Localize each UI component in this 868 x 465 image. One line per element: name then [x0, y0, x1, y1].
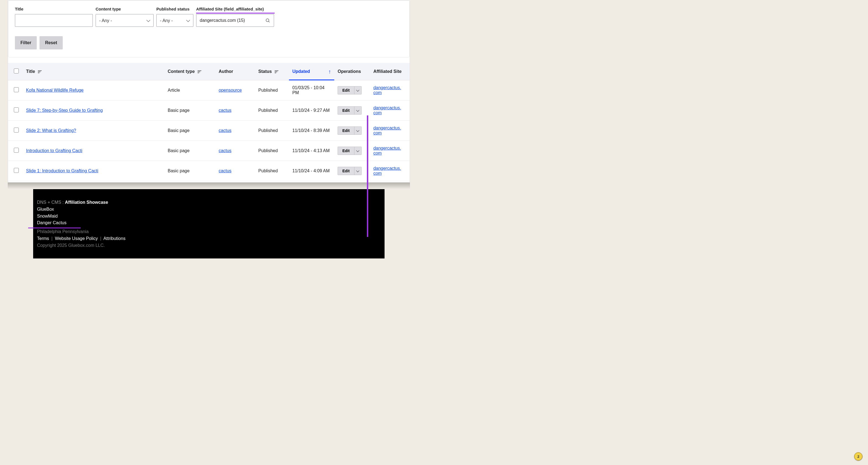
col-header-operations: Operations — [334, 63, 370, 80]
row-checkbox[interactable] — [14, 168, 19, 173]
row-affsite-link[interactable]: dangercactus.​com — [373, 126, 401, 135]
filter-title-input[interactable] — [15, 14, 93, 27]
ops-dropdown-button[interactable] — [354, 167, 361, 175]
footer-legal-terms[interactable]: Terms — [37, 236, 49, 241]
filter-contenttype-select[interactable]: - Any - — [96, 14, 154, 27]
row-updated: 11/10/24 - 8:39 AM — [289, 121, 334, 141]
ops-dropdown-button[interactable] — [354, 87, 361, 94]
col-header-status[interactable]: Status — [255, 63, 289, 80]
search-icon — [265, 18, 270, 23]
table-row: Slide 2: What is Grafting?Basic pagecact… — [8, 121, 410, 141]
footer-link-gluebox[interactable]: GlueBox — [37, 207, 54, 211]
footer-location: Philadelphia Pennsylvania — [37, 228, 381, 235]
edit-button[interactable]: Edit — [338, 107, 354, 114]
table-row: Slide 1: Introduction to Grafting CactiB… — [8, 161, 410, 181]
row-status: Published — [255, 161, 289, 181]
filter-title-label: Title — [15, 7, 93, 11]
filter-title-field: Title — [15, 7, 93, 27]
row-ops: Edit — [338, 146, 361, 155]
filter-button[interactable]: Filter — [15, 36, 37, 49]
ops-dropdown-button[interactable] — [354, 127, 361, 134]
row-affsite-link[interactable]: dangercactus.​com — [373, 146, 401, 156]
sort-icon — [197, 70, 202, 74]
edit-button[interactable]: Edit — [338, 167, 354, 175]
row-title-link[interactable]: Introduction to Grafting Cacti — [26, 148, 82, 153]
ops-dropdown-button[interactable] — [354, 107, 361, 114]
active-sort-underline-icon — [289, 79, 334, 80]
row-ops: Edit — [338, 86, 361, 94]
row-author-link[interactable]: opensource — [219, 88, 242, 93]
row-updated: 01/03/25 - 10:04 PM — [289, 80, 334, 101]
row-status: Published — [255, 121, 289, 141]
row-affsite-link[interactable]: dangercactus.​com — [373, 85, 401, 95]
sort-icon — [38, 70, 42, 74]
footer-link-snowmaid[interactable]: SnowMaid — [37, 214, 58, 219]
row-checkbox[interactable] — [14, 148, 19, 153]
row-contenttype: Basic page — [164, 101, 215, 121]
row-updated: 11/10/24 - 9:27 AM — [289, 101, 334, 121]
row-checkbox[interactable] — [14, 87, 19, 92]
content-table: Title Content type Author Status — [8, 63, 410, 181]
edit-button[interactable]: Edit — [338, 87, 354, 94]
row-title-link[interactable]: Kofa National Wildlife Refuge — [26, 88, 84, 93]
site-footer: DNS + CMS : Affiliation Showcase GlueBox… — [33, 189, 384, 259]
row-ops: Edit — [338, 127, 361, 135]
filter-affsite-label: Affiliated Site (field_affiliated_site) — [196, 7, 274, 11]
row-ops: Edit — [338, 106, 361, 114]
filter-contenttype-field: Content type - Any - — [96, 7, 154, 27]
col-header-author[interactable]: Author — [215, 63, 255, 80]
table-row: Kofa National Wildlife RefugeArticleopen… — [8, 80, 410, 101]
row-contenttype: Article — [164, 80, 215, 101]
col-header-affsite[interactable]: Affiliated Site — [370, 63, 410, 80]
col-header-contenttype[interactable]: Content type — [164, 63, 215, 80]
ops-dropdown-button[interactable] — [354, 147, 361, 155]
row-status: Published — [255, 80, 289, 101]
row-status: Published — [255, 141, 289, 161]
shadow-divider-icon — [8, 182, 410, 189]
annotation-vertical-bar-icon — [367, 115, 368, 237]
annotation-underline-icon — [196, 13, 275, 13]
table-row: Slide 7: Step-by-Step Guide to GraftingB… — [8, 101, 410, 121]
filters-panel: Title Content type - Any - Published sta… — [8, 0, 410, 58]
footer-link-dangercactus[interactable]: Danger Cactus — [37, 220, 67, 225]
footer-heading: Affiliation Showcase — [65, 200, 108, 205]
row-title-link[interactable]: Slide 7: Step-by-Step Guide to Grafting — [26, 108, 102, 113]
row-affsite-link[interactable]: dangercactus.​com — [373, 166, 401, 176]
row-contenttype: Basic page — [164, 121, 215, 141]
row-contenttype: Basic page — [164, 141, 215, 161]
footer-legal-attributions[interactable]: Attributions — [103, 236, 125, 241]
edit-button[interactable]: Edit — [338, 147, 354, 155]
row-author-link[interactable]: cactus — [219, 168, 231, 173]
arrow-up-icon: ↑ — [328, 68, 331, 75]
col-header-updated[interactable]: Updated ↑ — [289, 63, 334, 80]
footer-legal-usage[interactable]: Website Usage Policy — [55, 236, 98, 241]
row-status: Published — [255, 101, 289, 121]
col-header-title[interactable]: Title — [23, 63, 164, 80]
filter-pubstatus-field: Published status - Any - — [156, 7, 193, 27]
select-all-checkbox[interactable] — [14, 68, 19, 73]
row-author-link[interactable]: cactus — [219, 148, 231, 153]
svg-line-1 — [269, 21, 269, 22]
row-ops: Edit — [338, 167, 361, 175]
filter-affsite-field: Affiliated Site (field_affiliated_site) — [196, 7, 274, 27]
row-author-link[interactable]: cactus — [219, 108, 231, 113]
row-title-link[interactable]: Slide 2: What is Grafting? — [26, 128, 76, 133]
footer-prefix: DNS + CMS : — [37, 200, 65, 205]
row-updated: 11/10/24 - 4:09 AM — [289, 161, 334, 181]
row-checkbox[interactable] — [14, 107, 19, 112]
footer-copyright: Copyright 2025 Gluebox.com LLC. — [37, 242, 381, 249]
row-affsite-link[interactable]: dangercactus.​com — [373, 105, 401, 115]
row-checkbox[interactable] — [14, 128, 19, 133]
filter-pubstatus-label: Published status — [156, 7, 193, 11]
row-author-link[interactable]: cactus — [219, 128, 231, 133]
filter-affsite-input[interactable] — [196, 14, 274, 27]
filter-pubstatus-select[interactable]: - Any - — [156, 14, 193, 27]
svg-point-0 — [266, 19, 269, 22]
reset-button[interactable]: Reset — [39, 36, 63, 49]
sort-icon — [275, 70, 278, 74]
row-contenttype: Basic page — [164, 161, 215, 181]
edit-button[interactable]: Edit — [338, 127, 354, 134]
table-row: Introduction to Grafting CactiBasic page… — [8, 141, 410, 161]
row-updated: 11/10/24 - 4:13 AM — [289, 141, 334, 161]
row-title-link[interactable]: Slide 1: Introduction to Grafting Cacti — [26, 168, 98, 173]
